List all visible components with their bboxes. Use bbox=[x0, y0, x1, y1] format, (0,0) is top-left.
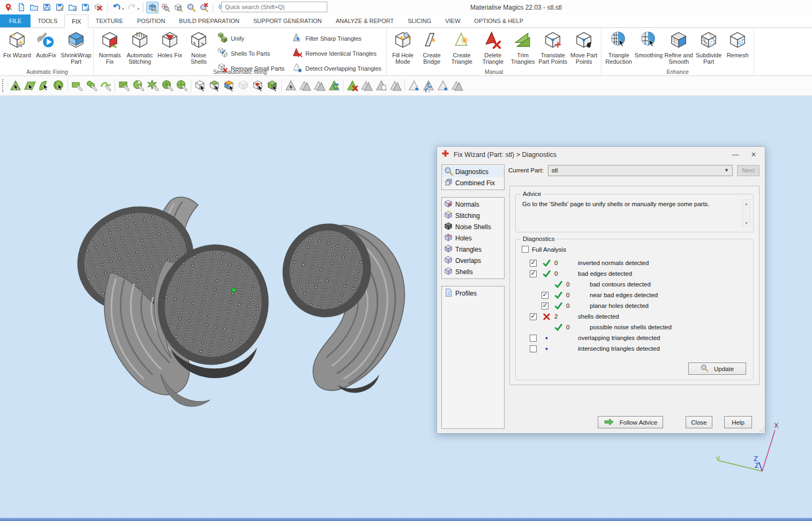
undo-icon[interactable] bbox=[110, 2, 123, 13]
current-part-select[interactable]: stl ▼ bbox=[548, 165, 733, 176]
select-shell-icon[interactable] bbox=[51, 79, 66, 93]
3d-viewport[interactable]: X Z Fix Wizard (Part: stl) > Diagnostics… bbox=[0, 96, 812, 521]
tab-tools[interactable]: TOOLS bbox=[31, 14, 64, 27]
select-shell-mode-icon[interactable] bbox=[251, 79, 265, 93]
wizard-page-item-diagnostics[interactable]: Diagnostics bbox=[442, 166, 504, 177]
grow-marked-icon[interactable] bbox=[327, 79, 341, 93]
point-marked-icon[interactable] bbox=[435, 79, 450, 93]
tab-texture[interactable]: TEXTURE bbox=[88, 14, 130, 27]
fix-wizard-button[interactable]: Fix Wizard bbox=[3, 29, 32, 58]
holes-fix-button[interactable]: Holes Fix bbox=[155, 29, 184, 58]
wizard-page-item-overlaps[interactable]: Overlaps bbox=[442, 255, 504, 266]
zoom-in-icon[interactable] bbox=[185, 2, 197, 13]
remove-identical-triangles-button[interactable]: Remove Identical Triangles bbox=[292, 47, 381, 60]
overlapping-triangles-detected-checkbox[interactable] bbox=[530, 335, 537, 342]
tab-build-preparation[interactable]: BUILD PREPARATION bbox=[172, 14, 246, 27]
select-front-icon[interactable] bbox=[207, 79, 222, 93]
create-triangle-button[interactable]: Create Triangle bbox=[446, 29, 477, 65]
refine-and-smooth-button[interactable]: Refine and Smooth bbox=[663, 29, 694, 65]
autofix-button[interactable]: AutoFix bbox=[32, 29, 61, 58]
new-project-icon[interactable] bbox=[15, 2, 27, 13]
shells-detected-checkbox[interactable] bbox=[530, 313, 537, 320]
zoom-shell-icon[interactable] bbox=[159, 2, 171, 13]
select-plane-icon[interactable] bbox=[22, 79, 37, 93]
ring-model-right[interactable] bbox=[272, 213, 405, 393]
ring-model-left[interactable] bbox=[62, 190, 280, 406]
follow-advice-button[interactable]: Follow Advice bbox=[598, 416, 663, 428]
wizard-page-item-holes[interactable]: Holes bbox=[442, 232, 504, 244]
undo-dropdown-icon[interactable]: ▾ bbox=[122, 7, 124, 11]
star-selection-icon[interactable] bbox=[146, 79, 160, 93]
save-as-icon[interactable] bbox=[54, 2, 66, 13]
shells-to-parts-button[interactable]: Shells To Parts bbox=[217, 47, 284, 60]
unify-button[interactable]: Unify bbox=[217, 32, 284, 45]
delete-marked-icon[interactable] bbox=[345, 79, 359, 93]
wizard-page-item-triangles[interactable]: Triangles bbox=[442, 244, 504, 255]
dialog-titlebar[interactable]: Fix Wizard (Part: stl) > Diagnostics — × bbox=[437, 147, 765, 162]
clear-selection-icon[interactable] bbox=[236, 79, 251, 93]
mark-adjacent-icon[interactable] bbox=[298, 79, 312, 93]
wizard-page-item-noise-shells[interactable]: Noise Shells bbox=[442, 221, 504, 232]
quick-search-input[interactable] bbox=[221, 2, 327, 12]
trim-triangles-button[interactable]: Trim Triangles bbox=[508, 29, 537, 65]
toolbar-grip[interactable] bbox=[2, 79, 5, 92]
triangle-reduction-button[interactable]: Triangle Reduction bbox=[603, 29, 634, 65]
disc-selection-icon[interactable] bbox=[160, 79, 175, 93]
move-part-points-button[interactable]: Move Part Points bbox=[568, 29, 599, 65]
delete-triangle-button[interactable]: Delete Triangle bbox=[477, 29, 508, 65]
select-part-mode-icon[interactable] bbox=[265, 79, 280, 93]
shrink-marked-icon[interactable] bbox=[359, 79, 374, 93]
close-icon[interactable]: × bbox=[745, 149, 763, 161]
tab-file[interactable]: FILE bbox=[0, 14, 31, 27]
refresh-marked-icon[interactable] bbox=[421, 79, 435, 93]
tab-analyze-report[interactable]: ANALYZE & REPORT bbox=[329, 14, 401, 27]
sector-selection-icon[interactable] bbox=[131, 79, 146, 93]
filter-sharp-triangles-button[interactable]: Filter Sharp Triangles bbox=[292, 32, 381, 45]
zoom-view-icon[interactable] bbox=[146, 2, 159, 13]
unzoom-part-icon[interactable] bbox=[172, 2, 184, 13]
translate-part-points-button[interactable]: Translate Part Points bbox=[537, 29, 568, 65]
redo-icon[interactable] bbox=[126, 2, 138, 13]
update-button[interactable]: Update bbox=[688, 363, 746, 375]
hide-marked-icon[interactable] bbox=[388, 79, 403, 93]
import-part-icon[interactable] bbox=[28, 2, 40, 13]
save-project-icon[interactable] bbox=[79, 2, 92, 13]
rectangle-selection-icon[interactable] bbox=[70, 79, 84, 93]
invert-marked-icon[interactable] bbox=[407, 79, 421, 93]
brush-selection-icon[interactable] bbox=[84, 79, 99, 93]
select-volume-icon[interactable] bbox=[222, 79, 236, 93]
window-selection-icon[interactable] bbox=[117, 79, 131, 93]
create-bridge-button[interactable]: Create Bridge bbox=[417, 29, 446, 65]
unmark-all-icon[interactable] bbox=[450, 79, 464, 93]
tab-view[interactable]: VIEW bbox=[438, 14, 467, 27]
scroll-down-icon[interactable]: ▼ bbox=[743, 219, 750, 226]
wizard-page-item-shells[interactable]: Shells bbox=[442, 266, 504, 277]
automatic-stitching-button[interactable]: Automatic Stitching bbox=[124, 29, 155, 65]
wizard-page-item-profiles[interactable]: Profiles bbox=[442, 288, 504, 299]
bad-edges-detected-checkbox[interactable] bbox=[530, 270, 537, 277]
smoothing-button[interactable]: Smoothing bbox=[634, 29, 663, 58]
inverted-normals-detected-checkbox[interactable] bbox=[530, 260, 537, 267]
tab-slicing[interactable]: SLICING bbox=[401, 14, 438, 27]
tab-support-generation[interactable]: SUPPORT GENERATION bbox=[246, 14, 329, 27]
noise-shells-button[interactable]: Noise Shells bbox=[184, 29, 213, 65]
tab-fix[interactable]: FIX bbox=[64, 14, 88, 28]
mark-plane-icon[interactable] bbox=[312, 79, 327, 93]
select-triangles-icon[interactable] bbox=[8, 79, 22, 93]
normals-fix-button[interactable]: Normals Fix bbox=[95, 29, 124, 65]
tab-position[interactable]: POSITION bbox=[130, 14, 172, 27]
wizard-page-item-normals[interactable]: Normals bbox=[442, 199, 504, 210]
save-icon[interactable] bbox=[41, 2, 53, 13]
sphere-selection-icon[interactable] bbox=[175, 79, 189, 93]
scroll-up-icon[interactable]: ▲ bbox=[743, 200, 750, 207]
next-button[interactable]: Next bbox=[737, 165, 760, 176]
advice-scrollbar[interactable]: ▲ ▼ bbox=[742, 199, 750, 227]
zoom-out-icon[interactable] bbox=[198, 2, 210, 13]
remesh-button[interactable]: Remesh bbox=[723, 29, 752, 58]
wizard-page-item-stitching[interactable]: Stitching bbox=[442, 210, 504, 221]
near-bad-edges-detected-checkbox[interactable] bbox=[542, 292, 548, 299]
copy-marked-icon[interactable] bbox=[374, 79, 388, 93]
mark-triangle-icon[interactable] bbox=[283, 79, 298, 93]
load-project-icon[interactable] bbox=[66, 2, 79, 13]
fill-hole-mode-button[interactable]: Fill Hole Mode bbox=[388, 29, 417, 65]
